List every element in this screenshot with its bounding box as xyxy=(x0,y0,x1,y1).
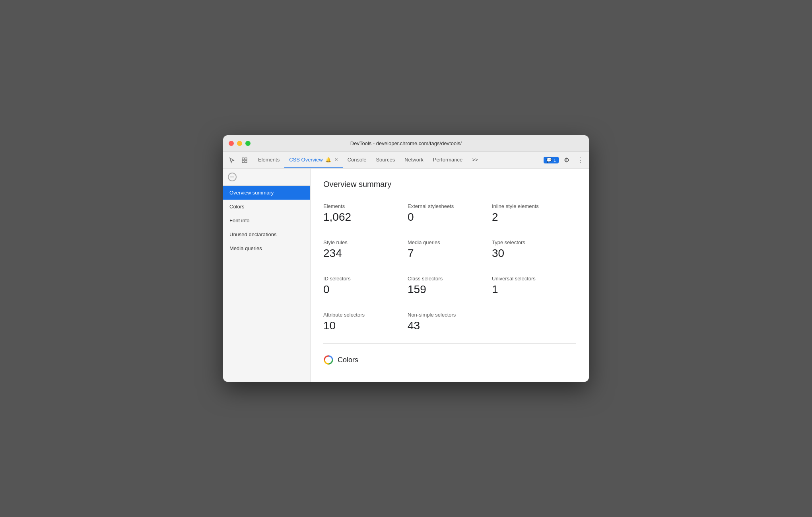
stat-class-selectors-label: Class selectors xyxy=(408,276,492,282)
tab-performance[interactable]: Performance xyxy=(428,152,467,168)
sidebar: Overview summary Colors Font info Unused… xyxy=(223,169,311,382)
stats-grid-row3: ID selectors 0 Class selectors 159 Unive… xyxy=(323,271,576,304)
stat-id-selectors-value: 0 xyxy=(323,283,408,296)
stat-inline-style-elements-label: Inline style elements xyxy=(492,203,576,209)
sidebar-top xyxy=(223,169,310,186)
stat-non-simple-selectors: Non-simple selectors 43 xyxy=(408,307,492,340)
inspect-icon[interactable] xyxy=(239,155,250,166)
bell-icon: 🔔 xyxy=(325,157,331,163)
stat-style-rules-value: 234 xyxy=(323,247,408,260)
stat-non-simple-selectors-label: Non-simple selectors xyxy=(408,312,492,318)
page-title: Overview summary xyxy=(323,180,576,189)
svg-rect-3 xyxy=(245,161,247,163)
sidebar-item-unused-declarations[interactable]: Unused declarations xyxy=(223,227,310,241)
tabbar-right: 💬 1 ⚙ ⋮ xyxy=(544,152,586,168)
stat-class-selectors-value: 159 xyxy=(408,283,492,296)
sidebar-item-media-queries[interactable]: Media queries xyxy=(223,241,310,255)
svg-rect-1 xyxy=(245,158,247,160)
stat-inline-style-elements: Inline style elements 2 xyxy=(492,198,576,231)
stat-id-selectors-label: ID selectors xyxy=(323,276,408,282)
tabbar: Elements CSS Overview 🔔 ✕ Console Source… xyxy=(223,152,589,169)
main-layout: Overview summary Colors Font info Unused… xyxy=(223,169,589,382)
section-divider xyxy=(323,343,576,344)
stat-placeholder xyxy=(492,307,576,340)
tab-sources-label: Sources xyxy=(376,157,395,163)
titlebar: DevTools - developer.chrome.com/tags/dev… xyxy=(223,135,589,152)
tab-more[interactable]: >> xyxy=(467,152,483,168)
stat-attribute-selectors-label: Attribute selectors xyxy=(323,312,408,318)
stat-id-selectors: ID selectors 0 xyxy=(323,271,408,304)
tab-css-overview[interactable]: CSS Overview 🔔 ✕ xyxy=(284,152,343,168)
tab-elements-label: Elements xyxy=(258,157,280,163)
window-title: DevTools - developer.chrome.com/tags/dev… xyxy=(350,140,462,146)
minimize-button[interactable] xyxy=(237,141,242,146)
sidebar-item-colors-label: Colors xyxy=(229,204,245,210)
stat-external-stylesheets-value: 0 xyxy=(408,211,492,224)
more-tabs-icon: >> xyxy=(472,157,478,163)
stat-universal-selectors-value: 1 xyxy=(492,283,576,296)
sidebar-item-font-info[interactable]: Font info xyxy=(223,214,310,227)
stats-grid-row1: Elements 1,062 External stylesheets 0 In… xyxy=(323,198,576,231)
stats-grid-row4: Attribute selectors 10 Non-simple select… xyxy=(323,307,576,340)
stat-style-rules-label: Style rules xyxy=(323,239,408,245)
notification-badge[interactable]: 💬 1 xyxy=(544,157,559,163)
close-button[interactable] xyxy=(229,141,234,146)
gear-icon: ⚙ xyxy=(564,156,569,164)
stat-media-queries-label: Media queries xyxy=(408,239,492,245)
cursor-icon[interactable] xyxy=(226,155,237,166)
notification-count: 1 xyxy=(554,158,556,163)
maximize-button[interactable] xyxy=(245,141,251,146)
content-inner: Overview summary Elements 1,062 External… xyxy=(311,169,589,381)
content-area: Overview summary Elements 1,062 External… xyxy=(311,169,589,382)
stat-elements-value: 1,062 xyxy=(323,211,408,224)
stat-attribute-selectors: Attribute selectors 10 xyxy=(323,307,408,340)
stat-universal-selectors: Universal selectors 1 xyxy=(492,271,576,304)
svg-rect-2 xyxy=(242,161,244,163)
stat-attribute-selectors-value: 10 xyxy=(323,319,408,332)
tab-sources[interactable]: Sources xyxy=(371,152,400,168)
sidebar-item-overview-summary[interactable]: Overview summary xyxy=(223,186,310,200)
stat-universal-selectors-label: Universal selectors xyxy=(492,276,576,282)
sidebar-item-media-queries-label: Media queries xyxy=(229,245,262,251)
stat-elements: Elements 1,062 xyxy=(323,198,408,231)
tab-network[interactable]: Network xyxy=(400,152,428,168)
tab-console[interactable]: Console xyxy=(343,152,371,168)
no-entry-icon xyxy=(228,173,237,181)
sidebar-item-colors[interactable]: Colors xyxy=(223,200,310,214)
stat-inline-style-elements-value: 2 xyxy=(492,211,576,224)
colors-ring-icon xyxy=(323,355,334,365)
stat-elements-label: Elements xyxy=(323,203,408,209)
stat-external-stylesheets-label: External stylesheets xyxy=(408,203,492,209)
browser-window: DevTools - developer.chrome.com/tags/dev… xyxy=(223,135,589,382)
more-options-icon: ⋮ xyxy=(577,156,583,164)
stat-media-queries: Media queries 7 xyxy=(408,235,492,268)
more-options-button[interactable]: ⋮ xyxy=(575,155,586,166)
tab-css-overview-label: CSS Overview xyxy=(289,157,323,163)
tab-elements[interactable]: Elements xyxy=(253,152,284,168)
stat-type-selectors-label: Type selectors xyxy=(492,239,576,245)
traffic-lights xyxy=(229,141,251,146)
settings-button[interactable]: ⚙ xyxy=(561,155,572,166)
stat-type-selectors-value: 30 xyxy=(492,247,576,260)
sidebar-item-font-info-label: Font info xyxy=(229,218,250,224)
stat-type-selectors: Type selectors 30 xyxy=(492,235,576,268)
svg-rect-0 xyxy=(242,158,244,160)
stat-class-selectors: Class selectors 159 xyxy=(408,271,492,304)
chat-icon: 💬 xyxy=(546,157,552,163)
tab-console-label: Console xyxy=(348,157,367,163)
stat-style-rules: Style rules 234 xyxy=(323,235,408,268)
colors-section-title: Colors xyxy=(338,356,358,364)
tab-network-label: Network xyxy=(404,157,423,163)
sidebar-item-unused-declarations-label: Unused declarations xyxy=(229,231,277,237)
tab-close-icon[interactable]: ✕ xyxy=(334,157,338,162)
tab-performance-label: Performance xyxy=(433,157,462,163)
sidebar-item-overview-summary-label: Overview summary xyxy=(229,190,274,196)
stat-media-queries-value: 7 xyxy=(408,247,492,260)
colors-section: Colors xyxy=(323,347,576,370)
tab-icon-group xyxy=(226,152,250,168)
stats-grid-row2: Style rules 234 Media queries 7 Type sel… xyxy=(323,235,576,268)
stat-external-stylesheets: External stylesheets 0 xyxy=(408,198,492,231)
stat-non-simple-selectors-value: 43 xyxy=(408,319,492,332)
